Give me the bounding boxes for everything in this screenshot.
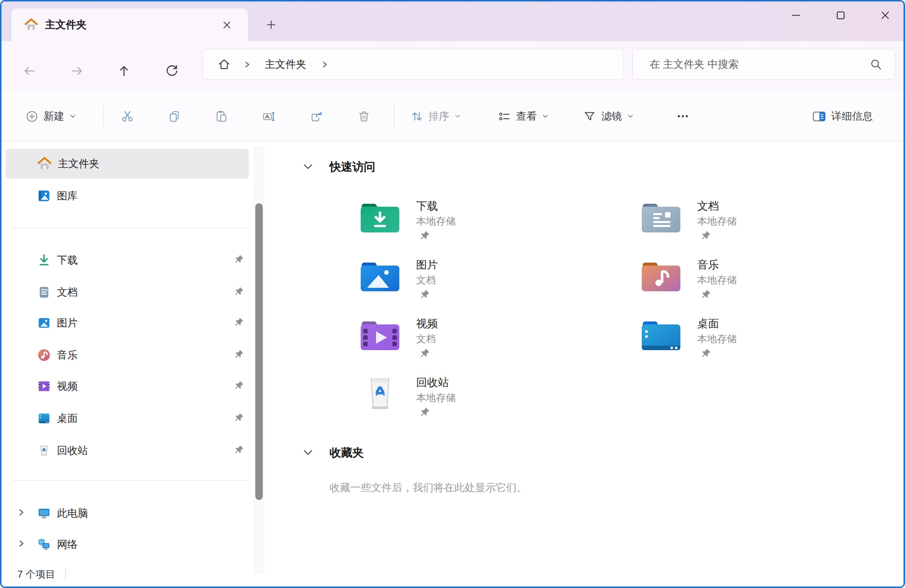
downloads-folder-icon [359,199,401,235]
item-subtitle: 本地存储 [416,392,456,404]
close-window-button[interactable] [874,5,897,25]
new-tab-button[interactable] [263,17,280,32]
refresh-button[interactable] [160,60,184,82]
more-options-button[interactable] [669,104,696,129]
chevron-right-icon[interactable] [321,61,329,68]
new-button-label: 新建 [44,109,64,123]
item-subtitle: 本地存储 [697,274,737,286]
music-icon [37,348,51,362]
sidebar-item-network[interactable]: 网络 [5,531,249,558]
chevron-down-icon [627,113,634,120]
gallery-icon [37,189,51,203]
minimize-button[interactable] [785,5,808,25]
sidebar-item-label: 图片 [57,316,78,330]
view-button[interactable]: 查看 [493,104,554,129]
search-icon[interactable] [870,58,882,70]
share-button[interactable] [304,104,328,129]
sidebar-item-label: 回收站 [57,444,88,457]
paste-button[interactable] [209,104,233,129]
details-pane-button[interactable]: 详细信息 [807,104,878,129]
sidebar-item-downloads[interactable]: 下载 [5,246,249,274]
recycle-bin-icon [359,376,401,411]
sidebar-item-recycle-bin[interactable]: 回收站 [5,437,249,464]
pin-icon [235,413,244,424]
sidebar-item-gallery[interactable]: 图库 [5,182,249,210]
rename-button[interactable] [257,104,281,129]
pin-icon [701,348,737,360]
sidebar-item-label: 网络 [57,538,78,551]
sidebar-item-documents[interactable]: 文档 [5,278,249,306]
arrow-right-icon [70,64,84,78]
sidebar-item-label: 文档 [57,285,78,299]
breadcrumb-item-home-folder[interactable]: 主文件夹 [265,57,306,71]
pictures-icon [37,316,51,330]
arrow-left-icon [23,64,36,78]
quick-access-grid: 下载 本地存储 文档 本地存储 [359,199,905,435]
pin-icon [235,445,244,456]
tab-home-folder[interactable]: 主文件夹 [11,8,248,41]
quick-access-item-downloads[interactable]: 下载 本地存储 [359,199,640,258]
documents-icon [37,285,51,299]
favorites-empty-message: 收藏一些文件后，我们将在此处显示它们。 [330,481,527,495]
favorites-section-header[interactable]: 收藏夹 [302,445,364,460]
tab-close-button[interactable] [219,17,234,32]
sidebar-item-label: 下载 [57,253,78,267]
pin-icon [420,289,438,301]
new-button[interactable]: 新建 [19,104,82,129]
pin-icon [701,289,737,301]
sidebar-item-music[interactable]: 音乐 [5,341,249,369]
item-subtitle: 文档 [416,274,438,286]
network-icon [37,538,51,551]
sort-button[interactable]: 排序 [405,104,466,129]
copy-button[interactable] [162,104,186,129]
item-name: 图片 [416,258,438,271]
sidebar-item-home-folder[interactable]: 主文件夹 [5,149,249,179]
close-icon [223,21,231,29]
share-icon [310,110,323,123]
quick-access-item-recycle-bin[interactable]: 回收站 本地存储 [359,376,640,435]
quick-access-item-videos[interactable]: 视频 文档 [359,317,640,376]
home-icon[interactable] [218,58,231,71]
sidebar-item-videos[interactable]: 视频 [5,372,249,400]
main-pane: 快速访问 下载 本地存储 文档 本地存储 [269,141,905,588]
scrollbar-thumb[interactable] [255,203,263,500]
chevron-down-icon[interactable] [302,447,314,458]
sidebar-item-label: 视频 [57,379,78,393]
music-folder-icon [640,258,682,294]
sidebar-item-label: 图库 [57,189,78,203]
forward-button[interactable] [65,60,89,82]
chevron-right-icon[interactable] [17,540,25,549]
chevron-down-icon[interactable] [302,161,314,173]
sidebar-item-this-pc[interactable]: 此电脑 [5,499,249,527]
delete-button[interactable] [352,104,376,129]
pin-icon [420,348,438,360]
quick-access-item-documents[interactable]: 文档 本地存储 [640,199,905,258]
home-icon [37,156,52,171]
paste-icon [215,110,228,123]
search-input[interactable] [633,58,870,70]
quick-access-item-desktop[interactable]: 桌面 本地存储 [640,317,905,376]
pin-icon [235,255,244,266]
filter-button[interactable]: 滤镜 [578,104,639,129]
quick-access-section-header[interactable]: 快速访问 [302,159,375,175]
sidebar-item-pictures[interactable]: 图片 [5,309,249,337]
sidebar-scrollbar[interactable] [254,145,264,575]
chevron-down-icon [542,113,549,120]
desktop-icon [37,411,51,425]
back-button[interactable] [17,60,41,82]
pictures-folder-icon [359,258,401,294]
pin-icon [235,317,244,329]
chevron-right-icon [243,61,251,68]
item-name: 视频 [416,317,438,330]
quick-access-title: 快速访问 [330,159,375,175]
cut-button[interactable] [115,104,139,129]
quick-access-item-music[interactable]: 音乐 本地存储 [640,258,905,317]
up-button[interactable] [112,60,136,82]
plus-icon [266,20,276,30]
chevron-right-icon[interactable] [17,508,25,518]
sidebar-item-desktop[interactable]: 桌面 [5,405,249,432]
pin-icon [701,230,737,242]
maximize-button[interactable] [829,5,852,25]
quick-access-item-pictures[interactable]: 图片 文档 [359,258,640,317]
arrow-up-icon [117,64,131,78]
